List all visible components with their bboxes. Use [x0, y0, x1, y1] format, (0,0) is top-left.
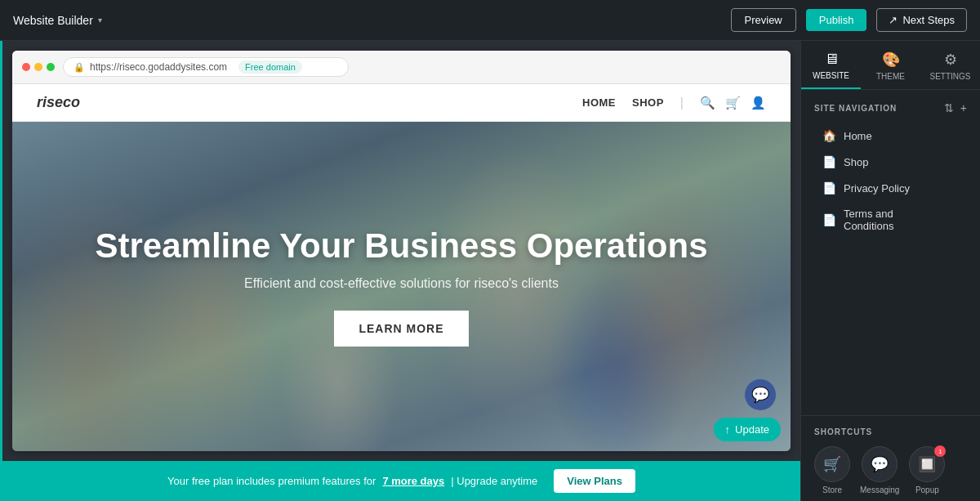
cart-icon[interactable]: 🛒 — [725, 96, 741, 110]
tab-settings-label: SETTINGS — [929, 72, 970, 81]
update-button[interactable]: ↑ Update — [714, 418, 781, 441]
popup-icon-circle: 🔲 1 — [909, 446, 945, 482]
url-text: https://riseco.godaddysites.com — [90, 61, 227, 73]
website-icon: 🖥 — [824, 51, 839, 68]
tab-website-label: WEBSITE — [813, 71, 849, 80]
nav-item-home-label: Home — [844, 130, 872, 142]
shop-page-icon: 📄 — [822, 155, 835, 168]
messaging-icon-circle: 💬 — [862, 446, 898, 482]
shortcuts-label: SHORTCUTS — [814, 427, 967, 436]
site-logo: riseco — [37, 94, 80, 111]
popup-icon: 🔲 — [918, 455, 936, 473]
terms-page-icon: 📄 — [822, 213, 835, 226]
publish-button[interactable]: Publish — [806, 9, 867, 31]
site-nav-links: HOME SHOP | 🔍 🛒 👤 — [582, 96, 766, 110]
messaging-icon: 💬 — [871, 455, 889, 473]
browser-dot-yellow — [34, 63, 42, 71]
nav-link-home[interactable]: HOME — [582, 96, 616, 109]
update-label: Update — [735, 423, 769, 436]
nav-item-terms[interactable]: 📄 Terms and Conditions ✏ — [814, 201, 967, 239]
preview-area: 🔒 https://riseco.godaddysites.com Free d… — [2, 41, 800, 501]
update-icon: ↑ — [725, 423, 731, 436]
browser-url-bar[interactable]: 🔒 https://riseco.godaddysites.com Free d… — [63, 57, 349, 77]
shortcut-store[interactable]: 🛒 Store — [814, 446, 850, 494]
main-area: 🔒 https://riseco.godaddysites.com Free d… — [0, 41, 980, 501]
nav-item-home[interactable]: 🏠 Home ✏ — [814, 123, 967, 149]
reorder-icon[interactable]: ⇅ — [944, 101, 954, 114]
toolbar: Website Builder ▾ Preview Publish ↗ Next… — [0, 0, 980, 41]
bottom-bar-suffix: | Upgrade anytime — [451, 475, 537, 487]
next-steps-label: Next Steps — [902, 14, 955, 26]
home-page-icon: 🏠 — [822, 129, 835, 142]
brand-button[interactable]: Website Builder ▾ — [13, 14, 102, 27]
browser-dot-red — [22, 63, 30, 71]
shortcut-popup[interactable]: 🔲 1 Popup — [909, 446, 945, 494]
store-icon: 🛒 — [823, 455, 841, 473]
site-nav-section-label: SITE NAVIGATION — [814, 104, 897, 113]
view-plans-button[interactable]: View Plans — [554, 469, 635, 493]
shortcuts-icons: 🛒 Store 💬 Messaging 🔲 1 Popup — [814, 446, 967, 494]
bottom-bar: Your free plan includes premium features… — [2, 461, 800, 501]
tab-website[interactable]: 🖥 WEBSITE — [801, 41, 861, 89]
site-navigation-section: SITE NAVIGATION ⇅ + 🏠 Home ✏ 📄 Shop ✏ — [801, 90, 980, 245]
next-steps-button[interactable]: ↗ Next Steps — [876, 8, 967, 32]
hero-text: Streamline Your Business Operations Effi… — [95, 226, 707, 346]
browser-chrome: 🔒 https://riseco.godaddysites.com Free d… — [12, 51, 791, 451]
browser-dot-green — [47, 63, 55, 71]
user-icon[interactable]: 👤 — [751, 96, 766, 110]
nav-icons: 🔍 🛒 👤 — [700, 96, 766, 110]
browser-dots — [22, 63, 55, 71]
add-page-icon[interactable]: + — [960, 101, 967, 114]
nav-item-shop-label: Shop — [844, 156, 868, 168]
nav-item-terms-label: Terms and Conditions — [844, 208, 943, 232]
site-nav-actions: ⇅ + — [944, 101, 967, 114]
shortcut-messaging[interactable]: 💬 Messaging — [860, 446, 899, 494]
hero-title: Streamline Your Business Operations — [95, 226, 707, 266]
settings-icon: ⚙ — [944, 51, 957, 69]
nav-item-privacy[interactable]: 📄 Privacy Policy ✏ — [814, 175, 967, 201]
hero-cta-button[interactable]: LEARN MORE — [334, 311, 468, 347]
store-label: Store — [822, 485, 842, 494]
chat-bubble[interactable]: 💬 — [745, 379, 776, 410]
search-icon[interactable]: 🔍 — [700, 96, 715, 110]
chevron-down-icon: ▾ — [98, 16, 102, 25]
browser-bar: 🔒 https://riseco.godaddysites.com Free d… — [12, 51, 791, 84]
nav-divider: | — [680, 96, 684, 110]
privacy-page-icon: 📄 — [822, 181, 835, 195]
next-steps-icon: ↗ — [889, 14, 898, 26]
tab-theme-label: THEME — [876, 72, 905, 81]
theme-icon: 🎨 — [882, 51, 900, 69]
hero-subtitle: Efficient and cost-effective solutions f… — [95, 276, 707, 291]
nav-item-shop[interactable]: 📄 Shop ✏ — [814, 149, 967, 175]
preview-wrapper: 🔒 https://riseco.godaddysites.com Free d… — [0, 41, 800, 501]
website-content: riseco HOME SHOP | 🔍 🛒 👤 — [12, 84, 791, 451]
bottom-bar-text: Your free plan includes premium features… — [167, 475, 376, 487]
right-sidebar: 🖥 WEBSITE 🎨 THEME ⚙ SETTINGS SITE NAVIGA… — [800, 41, 980, 501]
messaging-label: Messaging — [860, 485, 899, 494]
nav-link-shop[interactable]: SHOP — [632, 96, 664, 109]
tab-theme[interactable]: 🎨 THEME — [861, 41, 920, 89]
free-domain-badge: Free domain — [238, 60, 302, 74]
brand-label: Website Builder — [13, 14, 93, 27]
lock-icon: 🔒 — [74, 62, 85, 73]
nav-item-privacy-label: Privacy Policy — [844, 182, 910, 195]
tab-settings[interactable]: ⚙ SETTINGS — [920, 41, 980, 89]
bottom-bar-days-link[interactable]: 7 more days — [382, 475, 444, 487]
sidebar-tabs: 🖥 WEBSITE 🎨 THEME ⚙ SETTINGS — [801, 41, 980, 90]
store-icon-circle: 🛒 — [814, 446, 850, 482]
site-nav-header: SITE NAVIGATION ⇅ + — [814, 101, 967, 114]
site-nav-bar: riseco HOME SHOP | 🔍 🛒 👤 — [12, 84, 791, 122]
hero-section: Streamline Your Business Operations Effi… — [12, 122, 791, 451]
preview-button[interactable]: Preview — [731, 8, 796, 32]
popup-label: Popup — [915, 485, 939, 494]
popup-badge: 1 — [934, 445, 946, 457]
shortcuts-section: SHORTCUTS 🛒 Store 💬 Messaging 🔲 — [801, 415, 980, 501]
